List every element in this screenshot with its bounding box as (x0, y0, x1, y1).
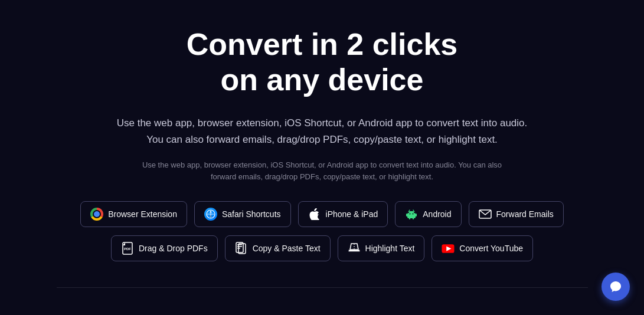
svg-rect-22 (237, 248, 240, 249)
svg-rect-14 (413, 217, 414, 219)
forward-emails-button[interactable]: Forward Emails (469, 201, 564, 227)
pdf-icon: PDF (121, 242, 134, 255)
browser-extension-label: Browser Extension (108, 209, 177, 219)
iphone-ipad-label: iPhone & iPad (326, 209, 378, 219)
hero-subtitle-small: Use the web app, browser extension, iOS … (133, 159, 511, 184)
browser-extension-button[interactable]: Browser Extension (80, 201, 187, 227)
copy-paste-text-button[interactable]: Copy & Paste Text (225, 235, 331, 261)
svg-rect-21 (237, 246, 242, 247)
svg-point-8 (413, 214, 414, 215)
svg-rect-20 (237, 244, 242, 245)
highlight-icon (348, 242, 361, 255)
svg-rect-11 (406, 214, 407, 216)
svg-point-7 (410, 214, 411, 215)
copy-paste-text-label: Copy & Paste Text (253, 244, 321, 253)
youtube-icon (442, 242, 455, 255)
svg-rect-12 (416, 214, 417, 216)
highlight-text-button[interactable]: Highlight Text (338, 235, 425, 261)
convert-youtube-button[interactable]: Convert YouTube (431, 235, 533, 261)
android-button[interactable]: Android (395, 201, 461, 227)
apple-icon (308, 208, 321, 221)
safari-shortcuts-label: Safari Shortcuts (222, 209, 281, 219)
email-icon (479, 208, 492, 221)
hero-title-line1: Convert in 2 clicks (187, 27, 458, 61)
chrome-icon (90, 208, 103, 221)
convert-youtube-label: Convert YouTube (459, 244, 523, 253)
hero-title-line2: on any device (221, 63, 424, 97)
safari-shortcuts-button[interactable]: Safari Shortcuts (194, 201, 291, 227)
chat-icon (609, 280, 622, 293)
svg-rect-13 (409, 217, 410, 219)
drag-drop-pdfs-button[interactable]: PDF Drag & Drop PDFs (111, 235, 218, 261)
android-label: Android (423, 209, 451, 219)
highlight-text-label: Highlight Text (365, 244, 415, 253)
hero-subtitle: Use the web app, browser extension, iOS … (116, 115, 529, 147)
svg-text:PDF: PDF (124, 247, 131, 251)
paste-icon (235, 242, 248, 255)
buttons-row-1: Browser Extension Safari Shortcuts iPhon… (80, 201, 564, 227)
svg-rect-24 (349, 250, 359, 251)
bottom-divider (57, 287, 588, 288)
hero-title: Convert in 2 clicks on any device (187, 27, 458, 98)
iphone-ipad-button[interactable]: iPhone & iPad (298, 201, 388, 227)
buttons-row-2: PDF Drag & Drop PDFs Copy & Paste Text (111, 235, 533, 261)
drag-drop-pdfs-label: Drag & Drop PDFs (139, 244, 208, 253)
forward-emails-label: Forward Emails (496, 209, 554, 219)
chat-button[interactable] (601, 273, 630, 301)
android-icon (405, 208, 418, 221)
safari-icon (204, 208, 217, 221)
